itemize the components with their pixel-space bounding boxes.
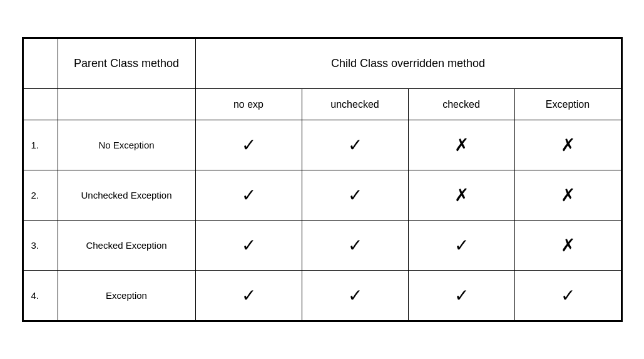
check-icon: ✓ bbox=[242, 135, 256, 155]
row4-checked: ✓ bbox=[408, 271, 514, 321]
row3-noexp: ✓ bbox=[195, 221, 302, 271]
row4-parent: Exception bbox=[58, 271, 195, 321]
cross-icon: ✗ bbox=[561, 135, 575, 155]
row1-parent: No Exception bbox=[58, 120, 195, 170]
cross-icon: ✗ bbox=[454, 135, 469, 155]
check-icon: ✓ bbox=[348, 236, 362, 255]
row4-exception: ✓ bbox=[514, 271, 621, 321]
row2-exception: ✗ bbox=[514, 170, 621, 221]
check-icon: ✓ bbox=[242, 185, 256, 205]
check-icon: ✓ bbox=[348, 185, 362, 205]
subheader-checked: checked bbox=[408, 89, 514, 120]
row2-checked: ✗ bbox=[408, 170, 514, 221]
check-icon: ✓ bbox=[242, 286, 256, 305]
row4-num: 4. bbox=[23, 271, 58, 321]
row1-num: 1. bbox=[23, 120, 58, 170]
header-parent-class: Parent Class method bbox=[58, 39, 195, 89]
table-row: 3. Checked Exception ✓ ✓ ✓ ✗ bbox=[23, 221, 621, 271]
main-table: Parent Class method Child Class overridd… bbox=[22, 37, 623, 322]
header-row-1: Parent Class method Child Class overridd… bbox=[23, 39, 621, 89]
subheader-unchecked: unchecked bbox=[302, 89, 408, 120]
row2-noexp: ✓ bbox=[195, 170, 302, 221]
check-icon: ✓ bbox=[348, 135, 362, 155]
check-icon: ✓ bbox=[242, 236, 256, 255]
row3-checked: ✓ bbox=[408, 221, 514, 271]
row2-parent: Unchecked Exception bbox=[58, 170, 195, 221]
table-row: 1. No Exception ✓ ✓ ✗ ✗ bbox=[23, 120, 621, 170]
table-row: 2. Unchecked Exception ✓ ✓ ✗ ✗ bbox=[23, 170, 621, 221]
check-icon: ✓ bbox=[348, 286, 362, 305]
subheader-empty-parent bbox=[58, 89, 195, 120]
header-row-2: no exp unchecked checked Exception bbox=[23, 89, 621, 120]
row2-unchecked: ✓ bbox=[302, 170, 408, 221]
row1-noexp: ✓ bbox=[195, 120, 302, 170]
row3-num: 3. bbox=[23, 221, 58, 271]
check-icon: ✓ bbox=[454, 236, 469, 255]
row3-unchecked: ✓ bbox=[302, 221, 408, 271]
cross-icon: ✗ bbox=[454, 185, 469, 205]
row3-exception: ✗ bbox=[514, 221, 621, 271]
row2-num: 2. bbox=[23, 170, 58, 221]
subheader-empty-num bbox=[23, 89, 58, 120]
row4-noexp: ✓ bbox=[195, 271, 302, 321]
cross-icon: ✗ bbox=[561, 185, 575, 205]
row1-exception: ✗ bbox=[514, 120, 621, 170]
header-child-class: Child Class overridden method bbox=[195, 39, 621, 89]
row3-parent: Checked Exception bbox=[58, 221, 195, 271]
subheader-noexp: no exp bbox=[195, 89, 302, 120]
subheader-exception: Exception bbox=[514, 89, 621, 120]
row4-unchecked: ✓ bbox=[302, 271, 408, 321]
row1-checked: ✗ bbox=[408, 120, 514, 170]
check-icon: ✓ bbox=[561, 286, 575, 305]
table-row: 4. Exception ✓ ✓ ✓ ✓ bbox=[23, 271, 621, 321]
header-empty-num bbox=[23, 39, 58, 89]
row1-unchecked: ✓ bbox=[302, 120, 408, 170]
check-icon: ✓ bbox=[454, 286, 469, 305]
cross-icon: ✗ bbox=[561, 236, 575, 255]
